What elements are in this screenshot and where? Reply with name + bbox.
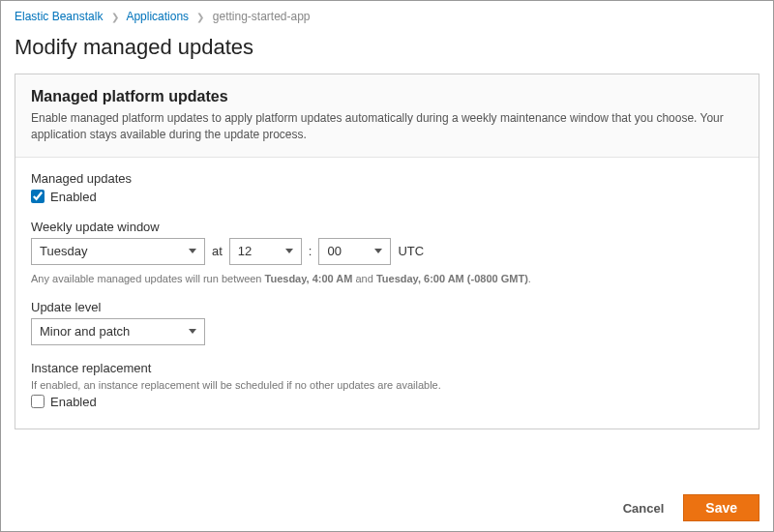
managed-updates-panel: Managed platform updates Enable managed … xyxy=(15,74,759,429)
panel-header: Managed platform updates Enable managed … xyxy=(15,74,759,158)
weekly-minute-select[interactable]: 00 xyxy=(318,238,391,265)
weekly-window-controls: Tuesday at 12 : 00 UTC xyxy=(31,238,743,265)
chevron-down-icon xyxy=(189,329,196,334)
weekly-day-value: Tuesday xyxy=(40,244,87,258)
panel-description: Enable managed platform updates to apply… xyxy=(31,110,743,143)
instance-replacement-hint: If enabled, an instance replacement will… xyxy=(31,379,743,391)
panel-body: Managed updates Enabled Weekly update wi… xyxy=(15,158,759,429)
cancel-button[interactable]: Cancel xyxy=(619,495,669,521)
update-level-label: Update level xyxy=(31,300,743,314)
managed-updates-label: Managed updates xyxy=(31,171,743,186)
weekly-window-field: Weekly update window Tuesday at 12 : 00 … xyxy=(31,220,743,284)
weekly-hour-select[interactable]: 12 xyxy=(229,238,302,265)
managed-updates-checkbox-label: Enabled xyxy=(50,190,97,204)
update-level-field: Update level Minor and patch xyxy=(31,300,743,345)
instance-replacement-checkbox-row[interactable]: Enabled xyxy=(31,395,743,409)
weekly-window-label: Weekly update window xyxy=(31,220,743,234)
chevron-right-icon: ❯ xyxy=(106,12,124,22)
save-button[interactable]: Save xyxy=(683,494,759,521)
chevron-down-icon xyxy=(285,249,293,253)
instance-replacement-checkbox[interactable] xyxy=(31,395,45,408)
managed-updates-checkbox[interactable] xyxy=(31,190,45,203)
weekly-minute-value: 00 xyxy=(327,244,341,258)
breadcrumb-current: getting-started-app xyxy=(213,10,311,23)
colon-label: : xyxy=(309,244,313,258)
breadcrumb-section[interactable]: Applications xyxy=(126,10,189,23)
breadcrumb-root[interactable]: Elastic Beanstalk xyxy=(15,10,103,23)
update-level-select[interactable]: Minor and patch xyxy=(31,318,205,345)
instance-replacement-label: Instance replacement xyxy=(31,361,743,375)
instance-replacement-checkbox-label: Enabled xyxy=(50,395,97,409)
managed-updates-checkbox-row[interactable]: Enabled xyxy=(31,190,743,204)
weekly-day-select[interactable]: Tuesday xyxy=(31,238,205,265)
weekly-window-hint: Any available managed updates will run b… xyxy=(31,273,743,284)
chevron-down-icon xyxy=(374,249,382,253)
instance-replacement-field: Instance replacement If enabled, an inst… xyxy=(31,361,743,409)
weekly-hour-value: 12 xyxy=(238,244,252,258)
breadcrumb: Elastic Beanstalk ❯ Applications ❯ getti… xyxy=(1,1,773,27)
chevron-down-icon xyxy=(189,249,196,253)
update-level-value: Minor and patch xyxy=(40,324,130,339)
panel-heading: Managed platform updates xyxy=(31,88,743,105)
footer: Cancel Save xyxy=(1,487,773,531)
utc-label: UTC xyxy=(398,244,424,258)
chevron-right-icon: ❯ xyxy=(192,12,209,22)
managed-updates-field: Managed updates Enabled xyxy=(31,171,743,204)
at-label: at xyxy=(212,244,223,258)
page-title: Modify managed updates xyxy=(1,27,773,74)
